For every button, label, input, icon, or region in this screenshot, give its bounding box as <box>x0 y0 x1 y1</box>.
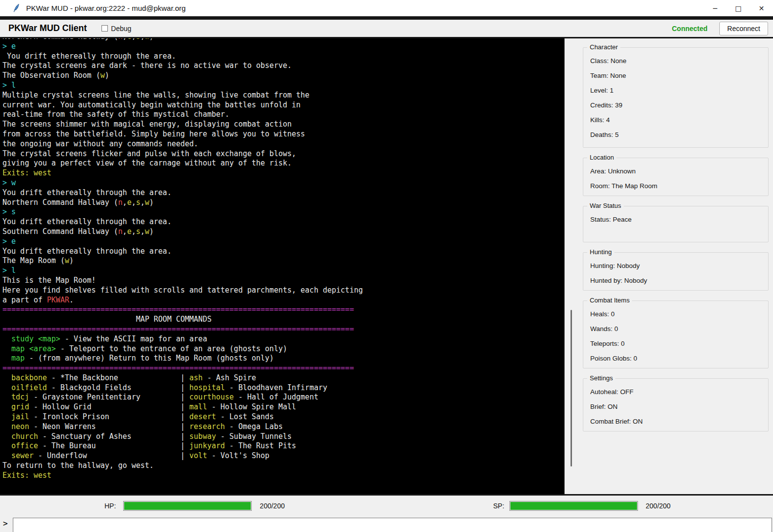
stat-item: Kills: 4 <box>590 113 768 128</box>
hp-label: HP: <box>104 502 116 510</box>
close-icon: ✕ <box>759 5 765 12</box>
terminal-line: church - Sanctuary of Ashes | subway - S… <box>2 432 564 442</box>
terminal-line: study <map> - View the ASCII map for an … <box>2 334 564 344</box>
terminal-line: The crystal screens flicker and pulse wi… <box>2 149 564 159</box>
terminal-line: The screens shimmer with magical energy,… <box>2 120 564 130</box>
stat-item: Poison Globs: 0 <box>590 351 768 366</box>
terminal-line: ========================================… <box>2 364 564 373</box>
sidebar-group-settings: SettingsAutoheal: OFFBrief: ONCombat Bri… <box>583 378 769 432</box>
stat-item: Area: Unknown <box>590 164 768 179</box>
stat-item: Credits: 39 <box>590 98 768 113</box>
sidebar: CharacterClass: NoneTeam: NoneLevel: 1Cr… <box>577 38 773 494</box>
sidebar-group-war-status: War StatusStatus: Peace <box>583 206 769 242</box>
maximize-button[interactable]: □ <box>727 0 750 16</box>
terminal-scrollbar[interactable] <box>565 38 577 494</box>
terminal-line: The crystal screens are dark - there is … <box>2 61 564 71</box>
stat-item: Team: None <box>590 68 768 83</box>
reconnect-button[interactable]: Reconnect <box>719 22 768 35</box>
terminal-line: > w <box>2 178 564 188</box>
terminal-line: Northern Command Hallway (n,e,s,w) <box>2 38 564 42</box>
terminal-line: Northern Command Hallway (n,e,s,w) <box>2 198 564 208</box>
terminal-line: map <area> - Teleport to the entrance of… <box>2 344 564 354</box>
terminal-line: oilfield - Blackgold Fields | hospital -… <box>2 383 564 393</box>
close-button[interactable]: ✕ <box>750 0 773 16</box>
stat-item: Teleports: 0 <box>590 336 768 351</box>
app-window: PKWar MUD - pkwar.org:2222 - mud@pkwar.o… <box>0 0 773 532</box>
terminal-line: tdcj - Graystone Penitentiary | courthou… <box>2 393 564 402</box>
window-controls: ─□✕ <box>704 0 773 16</box>
terminal-line: neon - Neon Warrens | research - Omega L… <box>2 422 564 432</box>
terminal-line: To return to the hallway, go west. <box>2 461 564 471</box>
group-title: Location <box>587 154 616 161</box>
stat-item: Hunted by: Nobody <box>590 273 768 288</box>
terminal-line: Exits: west <box>2 168 564 178</box>
terminal-line: You drift ethereally through the area. <box>2 52 564 62</box>
terminal-line: The Observation Room (w) <box>2 71 564 81</box>
terminal-line: backbone - *The Backbone | ash - Ash Spi… <box>2 373 564 383</box>
stat-item: Class: None <box>590 54 768 68</box>
command-prompt: > <box>3 519 8 528</box>
terminal-line: Exits: west <box>2 471 564 481</box>
terminal-line: MAP ROOM COMMANDS <box>2 315 564 325</box>
stat-item: Wands: 0 <box>590 322 768 336</box>
group-title: Character <box>587 43 620 51</box>
terminal-line: You drift ethereally through the area. <box>2 188 564 198</box>
terminal-line: sewer - Underflow | volt - Volt's Shop <box>2 451 564 461</box>
window-title: PKWar MUD - pkwar.org:2222 - mud@pkwar.o… <box>26 4 186 12</box>
terminal-line: ========================================… <box>2 325 564 334</box>
minimize-icon: ─ <box>713 5 717 12</box>
connection-status: Connected <box>672 25 707 33</box>
terminal-line: > e <box>2 42 564 52</box>
terminal-line: > e <box>2 237 564 247</box>
input-row: > <box>0 516 773 532</box>
window-frame-border <box>0 16 773 20</box>
terminal-line: ========================================… <box>2 305 564 315</box>
toolbar: PKWar MUD Client Debug Connected Reconne… <box>0 20 773 38</box>
terminal-line: Southern Command Hallway (n,e,s,w) <box>2 227 564 237</box>
main-area: Northern Command Hallway (n,e,s,w)> e Yo… <box>0 38 773 494</box>
stat-item: Level: 1 <box>590 83 768 98</box>
terminal-line: office - The Bureau | junkyard - The Rus… <box>2 441 564 451</box>
statusbar: HP: 200/200 SP: 200/200 <box>0 494 773 516</box>
stat-item: Brief: ON <box>590 399 768 414</box>
sp-value: 200/200 <box>646 502 671 510</box>
stat-item: Hunting: Nobody <box>590 259 768 273</box>
tk-feather-icon <box>13 3 20 13</box>
terminal-output[interactable]: Northern Command Hallway (n,e,s,w)> e Yo… <box>0 38 565 494</box>
debug-toggle[interactable]: Debug <box>101 25 131 33</box>
terminal-line: map - (from anywhere) Return to this Map… <box>2 354 564 364</box>
terminal-text: Northern Command Hallway (n,e,s,w)> e Yo… <box>2 38 564 481</box>
terminal-line: current war. You automatically begin wat… <box>2 100 564 110</box>
hp-bar-fill <box>124 502 251 510</box>
titlebar: PKWar MUD - pkwar.org:2222 - mud@pkwar.o… <box>0 0 773 16</box>
hp-value: 200/200 <box>260 502 285 510</box>
stat-item: Autoheal: OFF <box>590 385 768 399</box>
group-title: Combat Items <box>587 297 632 304</box>
terminal-line: You drift ethereally through the area. <box>2 217 564 227</box>
command-input[interactable] <box>13 518 772 532</box>
sp-bar-fill <box>510 502 637 510</box>
terminal-line: real-time from the safety of this mystic… <box>2 110 564 120</box>
stat-item: Combat Brief: ON <box>590 414 768 429</box>
terminal-scrollbar-thumb[interactable] <box>571 310 572 466</box>
terminal-line: from across the battlefield. Simply bein… <box>2 130 564 139</box>
terminal-line: > s <box>2 207 564 217</box>
maximize-icon: □ <box>735 5 741 12</box>
sidebar-group-hunting: HuntingHunting: NobodyHunted by: Nobody <box>583 252 769 291</box>
group-title: Hunting <box>587 248 614 256</box>
debug-label: Debug <box>111 25 131 33</box>
terminal-line: giving you a perfect view of the carnage… <box>2 159 564 168</box>
stat-item: Room: The Map Room <box>590 179 768 194</box>
minimize-button[interactable]: ─ <box>704 0 727 16</box>
stat-item: Deaths: 5 <box>590 128 768 142</box>
app-title: PKWar MUD Client <box>8 23 87 33</box>
terminal-line: > l <box>2 81 564 91</box>
terminal-line: Multiple crystal screens line the walls,… <box>2 91 564 100</box>
group-title: War Status <box>587 202 624 209</box>
stat-item: Status: Peace <box>590 212 768 227</box>
terminal-line: You drift ethereally through the area. <box>2 247 564 257</box>
debug-checkbox[interactable] <box>101 25 108 32</box>
terminal-line: the ongoing war without any commands nee… <box>2 139 564 149</box>
sp-bar <box>509 501 638 511</box>
terminal-line: Here you find shelves filled with scroll… <box>2 286 564 296</box>
